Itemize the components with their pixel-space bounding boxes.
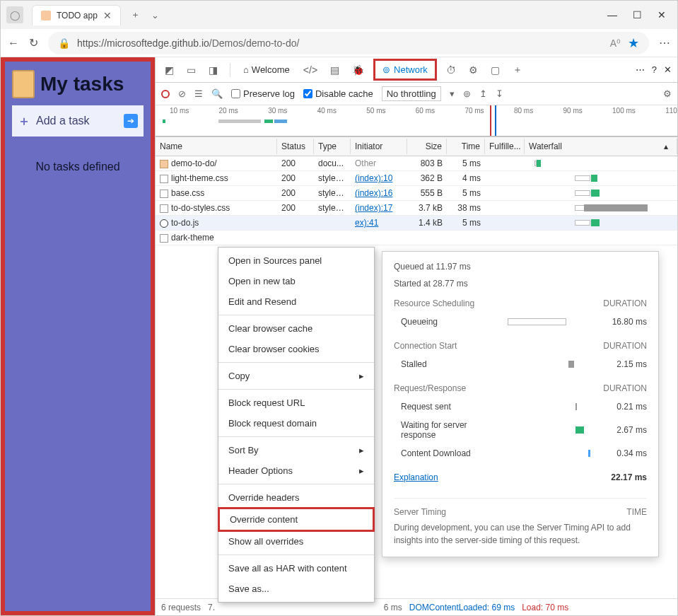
ctx-header-options[interactable]: Header Options▸: [218, 460, 374, 481]
tab-console-icon[interactable]: ▤: [327, 62, 343, 79]
queueing-label: Queueing: [394, 317, 486, 327]
col-type[interactable]: Type: [314, 139, 351, 154]
ctx-override-content[interactable]: Override content: [218, 507, 375, 532]
ctx-save-har[interactable]: Save all as HAR with content: [218, 558, 374, 579]
wifi-icon: ⊚: [382, 64, 390, 75]
url-input[interactable]: 🔒 https://microsoftedge.github.io/Demos/…: [48, 32, 649, 54]
network-conditions-icon[interactable]: ⊚: [463, 88, 471, 99]
waiting-label: Waiting for server response: [394, 420, 486, 440]
add-task-input[interactable]: ＋ Add a task ➔: [12, 105, 144, 136]
profile-avatar[interactable]: ◯: [6, 6, 23, 23]
download-value: 0.34 ms: [604, 448, 647, 458]
col-name[interactable]: Name: [156, 139, 277, 154]
request-sent-label: Request sent: [394, 402, 486, 412]
col-waterfall[interactable]: Waterfall▴: [525, 139, 677, 154]
device-toolbar-icon[interactable]: ▭: [183, 62, 199, 79]
add-task-label: Add a task: [36, 115, 90, 127]
ctx-override-headers[interactable]: Override headers: [218, 487, 374, 508]
tab-network[interactable]: ⊚ Network: [373, 59, 437, 81]
col-fulfilled[interactable]: Fulfille...: [485, 139, 525, 154]
ctx-show-overrides[interactable]: Show all overrides: [218, 531, 374, 552]
tab-elements-icon[interactable]: </>: [300, 62, 321, 79]
finish-time: 6 ms: [384, 603, 402, 612]
back-button[interactable]: ←: [8, 37, 19, 50]
record-button[interactable]: [161, 90, 170, 98]
col-size[interactable]: Size: [407, 139, 447, 154]
reading-mode-icon[interactable]: A⁰: [610, 37, 621, 49]
table-row[interactable]: to-do.jsex):411.4 kB5 ms: [156, 216, 677, 231]
ctx-sort-by[interactable]: Sort By▸: [218, 440, 374, 460]
explanation-link[interactable]: Explanation: [394, 472, 438, 482]
close-window-button[interactable]: ✕: [657, 9, 666, 21]
col-initiator[interactable]: Initiator: [351, 139, 407, 154]
tab-actions-chevron-icon[interactable]: ⌄: [146, 7, 165, 23]
refresh-button[interactable]: ↻: [29, 36, 38, 50]
browser-tab[interactable]: TODO app ✕: [32, 5, 121, 25]
dock-side-icon[interactable]: ◨: [205, 62, 221, 79]
network-table-header[interactable]: Name Status Type Initiator Size Time Ful…: [156, 136, 677, 156]
ctx-edit-resend[interactable]: Edit and Resend: [218, 291, 374, 312]
search-icon[interactable]: 🔍: [211, 88, 223, 99]
inspect-element-icon[interactable]: ◩: [161, 62, 177, 79]
ctx-save-as[interactable]: Save as...: [218, 579, 374, 599]
table-row[interactable]: dark-theme: [156, 231, 677, 245]
server-timing-desc: During development, you can use the Serv…: [394, 521, 647, 547]
request-sent-value: 0.21 ms: [604, 402, 647, 412]
tab-title: TODO app: [57, 11, 98, 21]
ctx-open-tab[interactable]: Open in new tab: [218, 271, 374, 291]
tab-close-icon[interactable]: ✕: [103, 10, 112, 21]
sort-arrow-icon: ▴: [664, 141, 672, 151]
table-row[interactable]: base.css200styles...(index):16555 B5 ms: [156, 186, 677, 201]
devtools-more-icon[interactable]: ⋯: [636, 64, 645, 75]
preserve-log-checkbox[interactable]: Preserve log: [231, 88, 295, 99]
ctx-block-url[interactable]: Block request URL: [218, 393, 374, 413]
clear-button[interactable]: ⊘: [178, 88, 186, 99]
import-har-icon[interactable]: ↥: [479, 88, 487, 99]
table-row[interactable]: to-do-styles.css200styles...(index):173.…: [156, 201, 677, 216]
tab-favicon: [41, 11, 51, 21]
col-status[interactable]: Status: [277, 139, 314, 154]
tab-memory-icon[interactable]: ⚙: [465, 62, 481, 79]
tab-welcome[interactable]: ⌂ Welcome: [239, 62, 294, 78]
tab-performance-icon[interactable]: ⏱: [443, 62, 460, 79]
stalled-value: 2.15 ms: [604, 359, 647, 369]
ctx-clear-cache[interactable]: Clear browser cache: [218, 318, 374, 339]
maximize-button[interactable]: ☐: [633, 9, 642, 21]
settings-gear-icon[interactable]: ⚙: [663, 88, 672, 99]
address-bar: ← ↻ 🔒 https://microsoftedge.github.io/De…: [1, 29, 677, 57]
disable-cache-checkbox[interactable]: Disable cache: [303, 88, 373, 99]
favorite-icon[interactable]: ★: [628, 35, 639, 51]
throttling-select[interactable]: No throttling: [382, 86, 441, 101]
more-menu-icon[interactable]: ⋯: [659, 36, 670, 50]
minimize-button[interactable]: —: [607, 9, 617, 21]
load-time: Load: 70 ms: [522, 603, 568, 612]
close-devtools-button[interactable]: ✕: [664, 64, 672, 75]
tab-application-icon[interactable]: ▢: [487, 62, 503, 79]
throttling-more-icon[interactable]: ▾: [450, 88, 455, 99]
download-label: Content Download: [394, 448, 486, 458]
new-tab-button[interactable]: ＋: [125, 6, 146, 24]
waiting-value: 2.67 ms: [604, 425, 647, 435]
plus-icon: ＋: [18, 112, 30, 129]
titlebar: ◯ TODO app ✕ ＋ ⌄ — ☐ ✕: [1, 1, 677, 29]
ctx-copy[interactable]: Copy▸: [218, 366, 374, 386]
help-icon[interactable]: ?: [652, 64, 657, 75]
timeline-ruler[interactable]: 10 ms20 ms30 ms40 ms50 ms60 ms70 ms80 ms…: [156, 105, 677, 136]
ctx-clear-cookies[interactable]: Clear browser cookies: [218, 339, 374, 359]
domcontentloaded: DOMContentLoaded: 69 ms: [409, 603, 515, 612]
ctx-block-domain[interactable]: Block request domain: [218, 413, 374, 434]
ctx-open-sources[interactable]: Open in Sources panel: [218, 250, 374, 271]
more-tabs-button[interactable]: ＋: [509, 61, 526, 79]
table-row[interactable]: demo-to-do/200docu...Other803 B5 ms: [156, 156, 677, 171]
transferred: 7.: [208, 603, 215, 612]
tab-sources-icon[interactable]: 🐞: [349, 62, 368, 79]
col-time[interactable]: Time: [447, 139, 485, 154]
request-count: 6 requests: [161, 603, 201, 612]
lock-icon: 🔒: [58, 37, 70, 49]
queueing-value: 16.80 ms: [604, 317, 647, 327]
clipboard-icon: [12, 70, 35, 98]
table-row[interactable]: light-theme.css200styles...(index):10362…: [156, 171, 677, 186]
filter-icon[interactable]: ☰: [194, 88, 203, 99]
submit-task-button[interactable]: ➔: [124, 114, 138, 128]
export-har-icon[interactable]: ↧: [496, 88, 503, 99]
